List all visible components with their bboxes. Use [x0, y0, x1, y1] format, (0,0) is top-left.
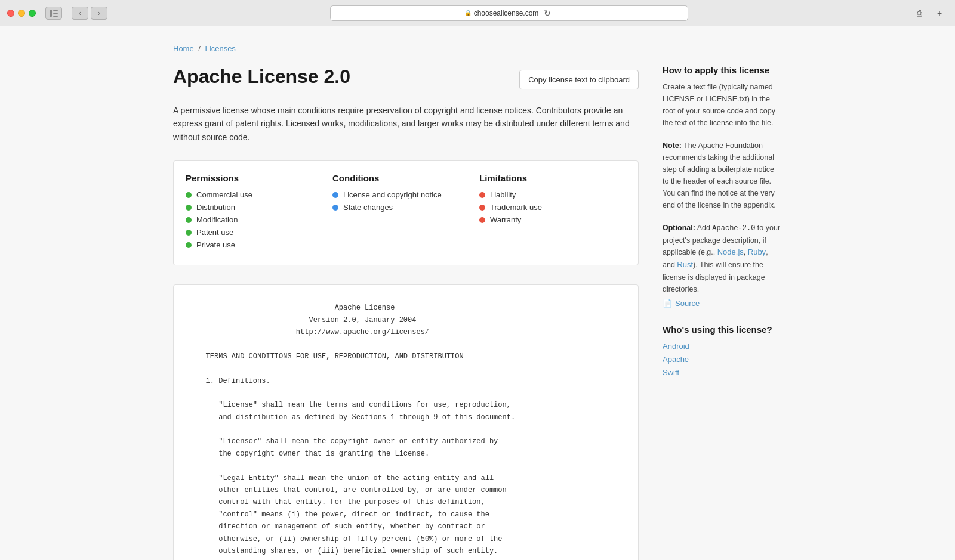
how-to-apply-section: How to apply this license Create a text … — [663, 65, 782, 308]
android-link[interactable]: Android — [663, 342, 689, 351]
close-button[interactable] — [7, 10, 14, 17]
lock-icon: 🔒 — [464, 10, 472, 16]
blue-dot — [332, 192, 338, 198]
limitations-column: Limitations Liability Trademark use Warr… — [479, 173, 626, 253]
sidebar-toggle-button[interactable] — [45, 7, 62, 20]
url-text: choosealicense.com — [474, 9, 539, 17]
page-background: Home / Licenses Apache License 2.0 Copy … — [0, 26, 955, 560]
nav-buttons: ‹ › — [72, 7, 107, 20]
cond-label-license-notice: License and copyright notice — [343, 190, 442, 199]
share-button[interactable]: ⎙ — [911, 7, 928, 20]
perm-item-commercial: Commercial use — [186, 190, 332, 199]
limit-label-warranty: Warranty — [490, 215, 521, 224]
limit-item-warranty: Warranty — [479, 215, 626, 224]
red-dot — [479, 217, 485, 223]
limit-item-trademark: Trademark use — [479, 203, 626, 212]
breadcrumb-home[interactable]: Home — [173, 44, 194, 53]
svg-rect-2 — [53, 13, 58, 14]
nodejs-link[interactable]: Node.js — [717, 247, 744, 256]
main-column: Apache License 2.0 Copy license text to … — [173, 65, 639, 560]
forward-button[interactable]: › — [91, 7, 107, 20]
sidebar-column: How to apply this license Create a text … — [663, 65, 782, 394]
perm-label-commercial: Commercial use — [196, 190, 252, 199]
permissions-title: Permissions — [186, 173, 332, 183]
perm-label-private: Private use — [196, 240, 235, 249]
svg-rect-3 — [53, 16, 58, 17]
address-bar[interactable]: 🔒 choosealicense.com ↻ — [330, 5, 688, 21]
list-item: Apache — [663, 354, 782, 364]
perm-item-private: Private use — [186, 240, 332, 249]
optional-text: Optional: Add Apache-2.0 to your project… — [663, 222, 782, 295]
license-text-box: Apache License Version 2.0, January 2004… — [173, 284, 639, 560]
source-icon: 📄 — [663, 299, 672, 308]
how-to-text: Create a text file (typically named LICE… — [663, 81, 782, 129]
conditions-title: Conditions — [332, 173, 479, 183]
cond-label-state-changes: State changes — [343, 203, 393, 212]
whos-using-section: Who's using this license? Android Apache… — [663, 324, 782, 378]
breadcrumb-current[interactable]: Licenses — [205, 44, 236, 53]
rust-link[interactable]: Rust — [677, 260, 693, 269]
traffic-lights — [7, 10, 36, 17]
minimize-button[interactable] — [18, 10, 25, 17]
green-dot — [186, 242, 192, 248]
perm-label-distribution: Distribution — [196, 203, 235, 212]
note-text: Note: The Apache Foundation recommends t… — [663, 140, 782, 211]
list-item: Swift — [663, 367, 782, 378]
optional-label: Optional: — [663, 224, 695, 232]
svg-rect-1 — [53, 10, 58, 11]
license-description: A permissive license whose main conditio… — [173, 104, 639, 144]
note-label: Note: — [663, 141, 682, 150]
limitations-title: Limitations — [479, 173, 626, 183]
note-body: The Apache Foundation recommends taking … — [663, 141, 776, 209]
optional-before: Add — [695, 224, 713, 232]
ruby-link[interactable]: Ruby — [748, 247, 766, 256]
using-list: Android Apache Swift — [663, 341, 782, 378]
source-label: Source — [675, 299, 700, 308]
limit-label-liability: Liability — [490, 190, 516, 199]
list-item: Android — [663, 341, 782, 351]
perm-label-patent: Patent use — [196, 228, 233, 237]
green-dot — [186, 205, 192, 211]
perm-item-distribution: Distribution — [186, 203, 332, 212]
optional-comma: , — [744, 248, 748, 256]
permissions-column: Permissions Commercial use Distribution … — [186, 173, 332, 253]
page-content: Home / Licenses Apache License 2.0 Copy … — [149, 26, 806, 560]
address-bar-wrapper: 🔒 choosealicense.com ↻ — [112, 5, 906, 21]
blue-dot — [332, 205, 338, 211]
permissions-grid: Permissions Commercial use Distribution … — [173, 160, 639, 265]
new-tab-button[interactable]: + — [931, 7, 948, 20]
whos-using-title: Who's using this license? — [663, 324, 782, 335]
source-link[interactable]: 📄 Source — [663, 299, 782, 308]
green-dot — [186, 230, 192, 236]
page-title: Apache License 2.0 — [173, 65, 350, 88]
red-dot — [479, 205, 485, 211]
maximize-button[interactable] — [29, 10, 36, 17]
limit-label-trademark: Trademark use — [490, 203, 542, 212]
apache-link[interactable]: Apache — [663, 355, 689, 364]
back-button[interactable]: ‹ — [72, 7, 88, 20]
perm-item-modification: Modification — [186, 215, 332, 224]
perm-item-patent: Patent use — [186, 228, 332, 237]
limit-item-liability: Liability — [479, 190, 626, 199]
green-dot — [186, 192, 192, 198]
header-row: Apache License 2.0 Copy license text to … — [173, 65, 639, 89]
copy-license-button[interactable]: Copy license text to clipboard — [519, 70, 639, 89]
main-layout: Apache License 2.0 Copy license text to … — [173, 65, 782, 560]
cond-item-state-changes: State changes — [332, 203, 479, 212]
conditions-column: Conditions License and copyright notice … — [332, 173, 479, 253]
browser-chrome: ‹ › 🔒 choosealicense.com ↻ ⎙ + — [0, 0, 955, 26]
browser-right-actions: ⎙ + — [911, 7, 948, 20]
svg-rect-0 — [50, 10, 52, 17]
red-dot — [479, 192, 485, 198]
green-dot — [186, 217, 192, 223]
how-to-title: How to apply this license — [663, 65, 782, 75]
reload-button[interactable]: ↻ — [541, 7, 554, 20]
perm-label-modification: Modification — [196, 215, 238, 224]
swift-link[interactable]: Swift — [663, 368, 679, 377]
cond-item-license-notice: License and copyright notice — [332, 190, 479, 199]
breadcrumb: Home / Licenses — [173, 44, 782, 53]
breadcrumb-separator: / — [198, 44, 201, 53]
optional-code: Apache-2.0 — [712, 224, 755, 233]
